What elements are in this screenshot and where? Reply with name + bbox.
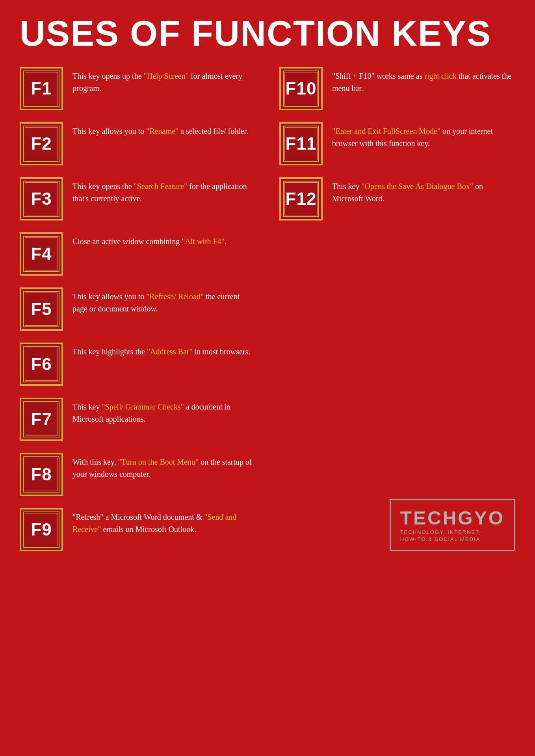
f10-highlight: right click	[424, 72, 457, 80]
f3-highlight: "Search Feature"	[134, 182, 188, 191]
key-label-f7: F7	[31, 410, 52, 429]
key-label-f5: F5	[31, 299, 52, 319]
page-title: USES OF FUNCTION KEYS	[20, 16, 515, 51]
f12-highlight: "Opens the Save As Dialogue Box"	[361, 182, 473, 191]
key-box-f3: F3	[20, 177, 63, 220]
key-label-f11: F11	[286, 134, 317, 154]
key-desc-f1: This key opens up the "Help Screen" for …	[72, 67, 256, 94]
key-box-f11: F11	[279, 122, 323, 165]
left-column: F1 This key opens up the "Help Screen" f…	[20, 67, 256, 551]
key-item-f1: F1 This key opens up the "Help Screen" f…	[20, 67, 256, 110]
key-desc-f12: This key "Opens the Save As Dialogue Box…	[332, 177, 515, 205]
key-label-f12: F12	[286, 189, 317, 209]
brand-sub: TECHNOLOGY, INTERNET,HOW-TO & SOCIAL MED…	[400, 529, 505, 543]
key-desc-f5: This key allows you to "Refresh/ Reload"…	[72, 287, 256, 315]
f2-highlight: "Rename"	[146, 127, 178, 135]
key-label-f3: F3	[31, 189, 52, 209]
key-label-f9: F9	[31, 520, 52, 539]
f5-highlight: "Refresh/ Reload"	[146, 292, 204, 301]
right-column: F10 "Shift + F10" works same as right cl…	[279, 67, 515, 551]
key-item-f7: F7 This key "Spell/ Grammar Checks" a do…	[20, 398, 256, 441]
key-box-f7: F7	[20, 398, 63, 441]
key-desc-f11: "Enter and Exit FullScreen Mode" on your…	[332, 122, 515, 150]
key-box-f10: F10	[279, 67, 323, 110]
key-label-f1: F1	[31, 79, 52, 98]
key-item-f5: F5 This key allows you to "Refresh/ Relo…	[20, 287, 256, 331]
f7-highlight: "Spell/ Grammar Checks"	[102, 402, 184, 411]
branding-box: TECHGYO TECHNOLOGY, INTERNET,HOW-TO & SO…	[390, 499, 515, 551]
key-desc-f4: Close an active widow combining "Alt wit…	[72, 232, 256, 248]
key-desc-f10: "Shift + F10" works same as right click …	[332, 67, 515, 94]
f6-highlight: "Address Bar"	[147, 347, 193, 356]
key-box-f5: F5	[20, 287, 63, 331]
brand-name: TECHGYO	[400, 507, 505, 529]
f9-highlight: "Send and Receive"	[72, 513, 236, 534]
key-box-f6: F6	[20, 343, 63, 386]
key-box-f12: F12	[279, 177, 323, 220]
key-label-f2: F2	[31, 134, 52, 154]
key-item-f10: F10 "Shift + F10" works same as right cl…	[279, 67, 515, 110]
key-box-f8: F8	[20, 453, 63, 496]
key-item-f9: F9 "Refresh" a Microsoft Word document &…	[20, 508, 256, 551]
key-box-f2: F2	[20, 122, 63, 165]
key-label-f4: F4	[31, 244, 52, 264]
key-label-f8: F8	[31, 465, 52, 484]
key-label-f6: F6	[31, 354, 52, 374]
key-item-f8: F8 With this key, "Turn on the Boot Menu…	[20, 453, 256, 496]
key-item-f4: F4 Close an active widow combining "Alt …	[20, 232, 256, 276]
key-desc-f9: "Refresh" a Microsoft Word document & "S…	[72, 508, 256, 536]
f4-highlight: "Alt with F4"	[182, 237, 225, 246]
key-box-f1: F1	[20, 67, 63, 110]
f1-highlight: "Help Screen"	[144, 72, 189, 80]
key-desc-f3: This key opens the "Search Feature" for …	[72, 177, 256, 205]
content-grid: F1 This key opens up the "Help Screen" f…	[20, 67, 515, 551]
key-box-f4: F4	[20, 232, 63, 276]
key-desc-f8: With this key, "Turn on the Boot Menu" o…	[72, 453, 256, 480]
key-desc-f7: This key "Spell/ Grammar Checks" a docum…	[72, 398, 256, 425]
key-item-f12: F12 This key "Opens the Save As Dialogue…	[279, 177, 515, 220]
key-label-f10: F10	[286, 79, 317, 98]
key-item-f3: F3 This key opens the "Search Feature" f…	[20, 177, 256, 220]
key-desc-f2: This key allows you to "Rename" a select…	[72, 122, 256, 137]
key-item-f11: F11 "Enter and Exit FullScreen Mode" on …	[279, 122, 515, 165]
key-item-f2: F2 This key allows you to "Rename" a sel…	[20, 122, 256, 165]
f8-highlight: "Turn on the Boot Menu"	[118, 458, 199, 466]
key-desc-f6: This key highlights the "Address Bar" in…	[72, 343, 256, 358]
key-box-f9: F9	[20, 508, 63, 551]
f11-highlight: "Enter and Exit FullScreen Mode"	[332, 127, 440, 135]
key-item-f6: F6 This key highlights the "Address Bar"…	[20, 343, 256, 386]
